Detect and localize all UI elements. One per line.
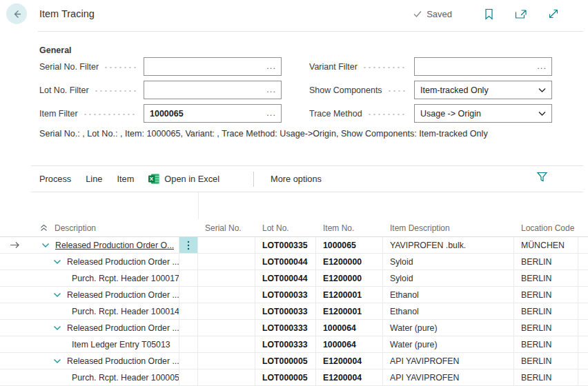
table-row: Purch. Rcpt. Header 100017LOT000044E1200… (0, 270, 588, 287)
location-code-cell[interactable]: BERLIN (514, 369, 578, 385)
row-menu-cell (179, 320, 198, 336)
show-components-select[interactable]: Item-tracked Only (414, 81, 552, 99)
share-button[interactable] (515, 9, 527, 19)
serial-no-cell[interactable] (198, 320, 255, 336)
serial-no-cell[interactable] (198, 303, 255, 319)
column-header-serial-no[interactable]: Serial No. (198, 223, 255, 233)
lot-no-cell[interactable]: LOT000044 (255, 270, 316, 286)
row-tail (578, 270, 588, 286)
description-cell[interactable]: Released Production Order ... (31, 287, 179, 303)
description-cell[interactable]: Item Ledger Entry T05013 (31, 336, 179, 352)
lot-no-cell[interactable]: LOT000044 (255, 254, 316, 270)
description-cell[interactable]: Released Production Order ... (31, 353, 179, 369)
serial-no-cell[interactable] (198, 353, 255, 369)
expand-row-chevron-icon[interactable] (53, 325, 61, 331)
lookup-ellipsis-icon[interactable]: ... (266, 107, 276, 117)
serial-no-cell[interactable] (198, 369, 255, 385)
serial-no-cell[interactable] (198, 237, 255, 253)
lot-no-cell[interactable]: LOT000333 (255, 320, 316, 336)
item-no-cell[interactable]: E1200001 (316, 303, 383, 319)
location-code-cell[interactable]: BERLIN (514, 270, 578, 286)
expand-row-chevron-icon[interactable] (41, 243, 50, 248)
location-code-cell[interactable]: MÜNCHEN (514, 237, 578, 253)
location-code-cell[interactable]: BERLIN (514, 336, 578, 352)
menu-process[interactable]: Process (39, 174, 71, 184)
column-header-item-description[interactable]: Item Description (383, 223, 514, 233)
item-description-cell[interactable]: Water (pure) (383, 336, 514, 352)
menu-line[interactable]: Line (86, 174, 102, 184)
lot-no-cell[interactable]: LOT000005 (255, 369, 316, 385)
row-gutter (0, 254, 31, 270)
location-code-cell[interactable]: BERLIN (514, 287, 578, 303)
expand-button[interactable] (548, 8, 559, 19)
open-in-excel-button[interactable]: X Open in Excel (148, 174, 219, 184)
lot-no-cell[interactable]: LOT000335 (255, 237, 316, 253)
lot-no-filter-input[interactable]: ... (144, 81, 282, 99)
location-code-cell[interactable]: BERLIN (514, 303, 578, 319)
serial-no-cell[interactable] (198, 270, 255, 286)
more-options-button[interactable]: More options (271, 174, 322, 184)
serial-no-cell[interactable] (198, 254, 255, 270)
item-description-cell[interactable]: Syloid (383, 254, 514, 270)
item-no-cell[interactable]: 1000064 (316, 336, 383, 352)
row-tail (578, 254, 588, 270)
item-no-cell[interactable]: E1200001 (316, 287, 383, 303)
lot-no-cell[interactable]: LOT000033 (255, 303, 316, 319)
item-no-cell[interactable]: E1200004 (316, 369, 383, 385)
column-header-lot-no[interactable]: Lot No. (255, 223, 316, 233)
item-description-cell[interactable]: API YAVIPROFEN (383, 353, 514, 369)
lookup-ellipsis-icon[interactable]: ... (266, 83, 276, 94)
item-description-cell[interactable]: Ethanol (383, 287, 514, 303)
item-description-cell[interactable]: Ethanol (383, 303, 514, 319)
expand-row-chevron-icon[interactable] (53, 358, 61, 364)
item-description-cell[interactable]: Water (pure) (383, 320, 514, 336)
description-cell[interactable]: Purch. Rcpt. Header 100005 (31, 369, 179, 385)
item-no-cell[interactable]: 1000064 (316, 320, 383, 336)
column-header-location-code[interactable]: Location Code (514, 223, 578, 233)
back-button[interactable] (6, 3, 27, 24)
table-row: Released Production Order ...LOT000044E1… (0, 254, 588, 270)
item-description-cell[interactable]: Syloid (383, 270, 514, 286)
location-code-cell[interactable]: BERLIN (514, 353, 578, 369)
serial-no-filter-input[interactable]: ... (144, 57, 282, 76)
serial-no-cell[interactable] (198, 336, 255, 352)
description-cell[interactable]: Released Production Order ... (31, 254, 179, 270)
lot-no-cell[interactable]: LOT000033 (255, 287, 316, 303)
item-no-cell[interactable]: E1200004 (316, 353, 383, 369)
variant-filter-input[interactable]: ... (414, 57, 552, 76)
description-cell[interactable]: Purch. Rcpt. Header 100017 (31, 270, 179, 286)
lot-no-cell[interactable]: LOT000005 (255, 353, 316, 369)
menu-item[interactable]: Item (117, 174, 134, 184)
item-no-cell[interactable]: E1200000 (316, 254, 383, 270)
trace-result-grid: Description Serial No. Lot No. Item No. … (0, 219, 588, 386)
row-gutter (0, 270, 31, 286)
column-header-item-no[interactable]: Item No. (316, 223, 383, 233)
trace-method-select[interactable]: Usage -> Origin (414, 104, 552, 123)
page-title: Item Tracing (39, 0, 95, 28)
row-menu-button[interactable] (179, 237, 197, 253)
serial-no-cell[interactable] (198, 287, 255, 303)
expand-row-chevron-icon[interactable] (53, 259, 61, 265)
row-menu-cell (179, 254, 198, 270)
collapse-all-icon[interactable] (39, 223, 48, 232)
lookup-ellipsis-icon[interactable]: ... (537, 60, 547, 70)
lookup-ellipsis-icon[interactable]: ... (266, 60, 276, 70)
location-code-cell[interactable]: BERLIN (514, 254, 578, 270)
item-no-cell[interactable]: 1000065 (316, 237, 383, 253)
expand-row-chevron-icon[interactable] (53, 292, 61, 298)
item-description-cell[interactable]: YAVIPROFEN .bulk. (383, 237, 514, 253)
description-cell[interactable]: Released Production Order ... (31, 320, 179, 336)
check-icon (413, 9, 422, 19)
item-description-cell[interactable]: API YAVIPROFEN (383, 369, 514, 385)
column-header-description[interactable]: Description (31, 223, 179, 233)
description-cell[interactable]: Released Production Order O... (31, 237, 179, 253)
description-cell[interactable]: Purch. Rcpt. Header 100014 (31, 303, 179, 319)
filter-button[interactable] (536, 171, 548, 183)
lot-no-cell[interactable]: LOT000333 (255, 336, 316, 352)
bookmark-button[interactable] (484, 8, 494, 20)
location-code-cell[interactable]: BERLIN (514, 320, 578, 336)
dotted-leader (83, 114, 137, 115)
serial-no-filter-field: Serial No. Filter ... (39, 57, 282, 76)
item-no-cell[interactable]: E1200000 (316, 270, 383, 286)
item-filter-input[interactable]: 1000065 ... (144, 104, 282, 123)
